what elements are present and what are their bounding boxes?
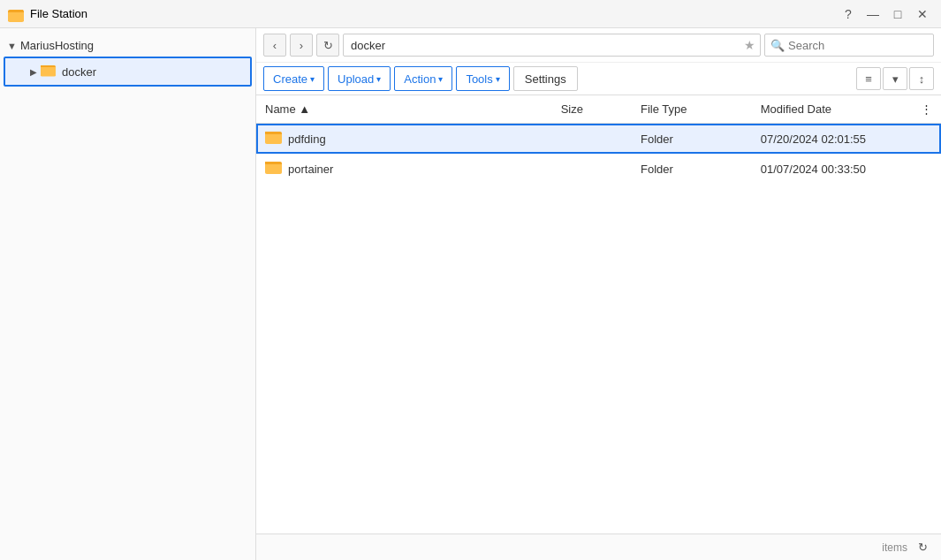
file-size [552, 124, 632, 155]
footer-items-label: items [882, 541, 907, 554]
view-list-button[interactable]: ≡ [856, 67, 881, 90]
view-list-arrow-icon: ▾ [892, 72, 899, 86]
file-name-cell: portainer [265, 159, 543, 178]
sidebar-item-docker[interactable]: ▶ docker [4, 57, 252, 87]
action-bar: Create ▾ Upload ▾ Action ▾ Tools ▾ Setti… [256, 62, 941, 95]
create-arrow: ▾ [310, 74, 315, 84]
upload-arrow: ▾ [376, 74, 381, 84]
window-controls: ? — □ ✕ [837, 4, 934, 24]
col-size-label: Size [561, 102, 583, 116]
help-button[interactable]: ? [837, 4, 860, 24]
action-arrow: ▾ [438, 74, 443, 84]
file-name: portainer [288, 163, 333, 176]
refresh-button[interactable]: ↻ [316, 34, 339, 57]
search-icon: 🔍 [770, 39, 785, 52]
content-area: ‹ › ↻ ★ 🔍 Create ▾ Upload [256, 28, 941, 560]
back-button[interactable]: ‹ [263, 34, 286, 57]
tools-label: Tools [466, 72, 492, 86]
path-input[interactable] [343, 34, 761, 57]
folder-icon [265, 129, 283, 148]
app-icon [7, 5, 25, 23]
table-row[interactable]: portainer Folder 01/07/2024 00:33:50 [256, 154, 941, 184]
path-bar: ‹ › ↻ ★ 🔍 [256, 28, 941, 62]
path-input-wrap: ★ [343, 34, 761, 57]
search-wrap: 🔍 [764, 34, 934, 57]
action-button[interactable]: Action ▾ [394, 66, 452, 91]
view-controls: ≡ ▾ ↕ [856, 67, 934, 90]
main-window: ▼ MariusHosting ▶ docker ‹ › ↻ [0, 28, 941, 560]
col-size[interactable]: Size [552, 95, 632, 124]
col-date-label: Modified Date [761, 102, 831, 116]
col-name-label: Name [265, 102, 296, 116]
tools-arrow: ▾ [496, 74, 500, 84]
file-date: 01/07/2024 00:33:50 [752, 154, 912, 184]
table-body: pdfding Folder 07/20/2024 02:01:55 [256, 124, 941, 185]
file-more [912, 154, 941, 184]
view-list-arrow-button[interactable]: ▾ [883, 67, 907, 90]
minimize-button[interactable]: — [861, 4, 884, 24]
file-size [552, 154, 632, 184]
folder-icon [265, 159, 283, 178]
file-name-cell: pdfding [265, 129, 543, 148]
col-type-label: File Type [641, 102, 687, 116]
host-arrow: ▼ [7, 41, 17, 51]
footer: items ↻ [256, 534, 941, 560]
host-label: MariusHosting [20, 39, 94, 52]
col-more[interactable]: ⋮ [912, 95, 941, 124]
create-label: Create [273, 72, 307, 86]
file-more [912, 124, 941, 155]
forward-button[interactable]: › [290, 34, 313, 57]
search-input[interactable] [788, 39, 937, 52]
action-label: Action [404, 72, 436, 86]
col-type[interactable]: File Type [632, 95, 752, 124]
titlebar: File Station ? — □ ✕ [0, 0, 941, 28]
file-list: Name ▲ Size File Type Modified Date [256, 95, 941, 534]
col-name-sort: ▲ [299, 102, 310, 116]
file-table: Name ▲ Size File Type Modified Date [256, 95, 941, 184]
table-header: Name ▲ Size File Type Modified Date [256, 95, 941, 124]
view-sort-icon: ↕ [919, 72, 925, 86]
col-more-icon: ⋮ [921, 102, 932, 116]
star-icon[interactable]: ★ [744, 38, 755, 52]
view-sort-button[interactable]: ↕ [909, 67, 934, 90]
file-date: 07/20/2024 02:01:55 [752, 124, 912, 155]
col-date[interactable]: Modified Date [752, 95, 912, 124]
tools-button[interactable]: Tools ▾ [456, 66, 509, 91]
file-type: Folder [632, 124, 752, 155]
maximize-button[interactable]: □ [886, 4, 909, 24]
footer-refresh-button[interactable]: ↻ [913, 538, 932, 557]
folder-icon [41, 63, 57, 80]
table-row[interactable]: pdfding Folder 07/20/2024 02:01:55 [256, 124, 941, 155]
item-arrow: ▶ [30, 67, 37, 77]
sidebar-item-label: docker [62, 65, 96, 79]
sidebar: ▼ MariusHosting ▶ docker [0, 28, 256, 560]
file-name: pdfding [288, 132, 326, 146]
col-name[interactable]: Name ▲ [256, 95, 552, 124]
sidebar-host[interactable]: ▼ MariusHosting [0, 35, 255, 56]
app-title: File Station [30, 7, 837, 20]
upload-button[interactable]: Upload ▾ [328, 66, 391, 91]
toolbar-area: ‹ › ↻ ★ 🔍 Create ▾ Upload [256, 28, 941, 95]
upload-label: Upload [338, 72, 374, 86]
close-button[interactable]: ✕ [911, 4, 934, 24]
create-button[interactable]: Create ▾ [263, 66, 324, 91]
settings-button[interactable]: Settings [513, 66, 578, 91]
file-type: Folder [632, 154, 752, 184]
view-list-icon: ≡ [865, 72, 872, 86]
